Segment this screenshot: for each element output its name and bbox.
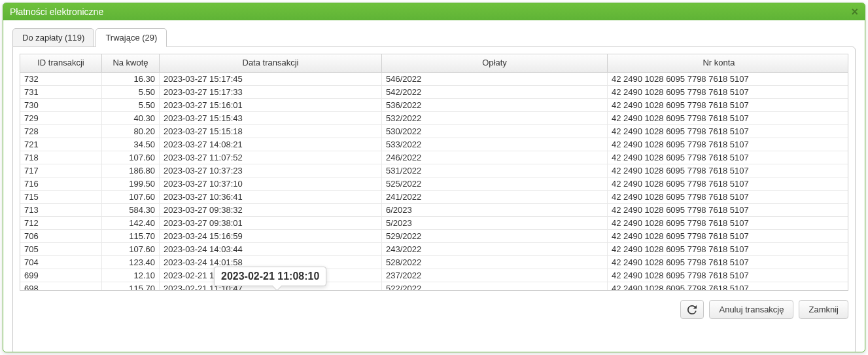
payments-window: Płatności elektroniczne × Do zapłaty (11… [3,3,865,352]
cell-id: 718 [20,151,102,164]
cell-amount: 115.70 [102,230,160,242]
table-row[interactable]: 716199.502023-03-27 10:37:10525/202242 2… [20,178,848,191]
cell-amount: 107.60 [102,151,160,164]
cell-id: 731 [20,86,102,98]
table-row[interactable]: 713584.302023-03-27 09:38:326/202342 249… [20,204,848,217]
cell-account: 42 2490 1028 6095 7798 7618 5107 [608,230,830,242]
table-row[interactable]: 7315.502023-03-27 15:17:33542/202242 249… [20,86,848,99]
cell-fee: 529/2022 [382,230,608,242]
cell-account: 42 2490 1028 6095 7798 7618 5107 [608,269,830,282]
table-row[interactable]: 706115.702023-03-24 15:16:59529/202242 2… [20,230,848,243]
cell-fee: 532/2022 [382,112,608,124]
cell-fee: 6/2023 [382,204,608,216]
cell-account: 42 2490 1028 6095 7798 7618 5107 [608,204,830,216]
table-row[interactable]: 705107.602023-03-24 14:03:44243/202242 2… [20,243,848,256]
cell-account: 42 2490 1028 6095 7798 7618 5107 [608,125,830,138]
footer-buttons: Anuluj transakcję Zamknij [20,300,848,319]
cell-fee: 531/2022 [382,164,608,177]
cell-account: 42 2490 1028 6095 7798 7618 5107 [608,243,830,255]
refresh-icon [687,305,697,314]
cell-date: 2023-03-27 15:16:01 [160,99,382,111]
cell-date: 2023-02-21 11:10:47 [160,282,382,291]
cell-amount: 80.20 [102,125,160,138]
cell-amount: 12.10 [102,269,160,282]
cell-id: 721 [20,138,102,151]
cell-fee: 243/2022 [382,243,608,255]
cell-id: 712 [20,217,102,229]
grid-body[interactable]: 73216.302023-03-27 15:17:45546/202242 24… [20,73,848,291]
cell-account: 42 2490 1028 6095 7798 7618 5107 [608,73,830,85]
cell-date: 2023-03-27 15:17:33 [160,86,382,98]
close-button[interactable]: Zamknij [799,300,848,319]
col-header-date[interactable]: Data transakcji [160,54,382,72]
cell-date: 2023-03-27 09:38:01 [160,217,382,229]
cell-fee: 525/2022 [382,178,608,190]
cell-id: 716 [20,178,102,190]
col-header-amount[interactable]: Na kwotę [102,54,160,72]
cell-fee: 241/2022 [382,191,608,203]
table-row[interactable]: 715107.602023-03-27 10:36:41241/202242 2… [20,191,848,204]
cell-account: 42 2490 1028 6095 7798 7618 5107 [608,112,830,124]
titlebar: Płatności elektroniczne × [3,3,865,20]
cell-id: 715 [20,191,102,203]
table-row[interactable]: 72134.502023-03-27 14:08:21533/202242 24… [20,138,848,151]
cell-date: 2023-03-27 15:17:45 [160,73,382,85]
table-row[interactable]: 712142.402023-03-27 09:38:015/202342 249… [20,217,848,230]
cell-amount: 199.50 [102,178,160,190]
cell-fee: 542/2022 [382,86,608,98]
col-header-id[interactable]: ID transakcji [20,54,102,72]
close-icon[interactable]: × [851,6,858,18]
cell-id: 730 [20,99,102,111]
cell-id: 699 [20,269,102,282]
window-title: Płatności elektroniczne [10,7,103,17]
cell-amount: 5.50 [102,86,160,98]
cell-date: 2023-02-21 11:10:59 [160,269,382,282]
cell-fee: 237/2022 [382,269,608,282]
cell-fee: 528/2022 [382,256,608,269]
window-body: Do zapłaty (119) Trwające (29) ID transa… [3,20,865,352]
cell-id: 729 [20,112,102,124]
tab-pending[interactable]: Trwające (29) [95,28,167,47]
cell-fee: 546/2022 [382,73,608,85]
cell-date: 2023-03-24 14:03:44 [160,243,382,255]
table-row[interactable]: 7305.502023-03-27 15:16:01536/202242 249… [20,99,848,112]
table-row[interactable]: 718107.602023-03-27 11:07:52246/202242 2… [20,151,848,164]
cell-amount: 123.40 [102,256,160,269]
cell-date: 2023-03-27 15:15:43 [160,112,382,124]
cell-amount: 186.80 [102,164,160,177]
table-row[interactable]: 72940.302023-03-27 15:15:43532/202242 24… [20,112,848,125]
cell-id: 732 [20,73,102,85]
table-row[interactable]: 72880.202023-03-27 15:15:18530/202242 24… [20,125,848,138]
cell-id: 713 [20,204,102,216]
cell-date: 2023-03-27 09:38:32 [160,204,382,216]
refresh-button[interactable] [680,300,704,319]
cell-date: 2023-03-27 10:37:10 [160,178,382,190]
cell-id: 698 [20,282,102,291]
cell-fee: 530/2022 [382,125,608,138]
cell-date: 2023-03-24 15:16:59 [160,230,382,242]
cell-account: 42 2490 1028 6095 7798 7618 5107 [608,256,830,269]
cell-amount: 5.50 [102,99,160,111]
cell-date: 2023-03-24 14:01:58 [160,256,382,269]
cell-account: 42 2490 1028 6095 7798 7618 5107 [608,138,830,151]
cell-fee: 533/2022 [382,138,608,151]
col-header-account[interactable]: Nr konta [608,54,830,72]
cell-amount: 40.30 [102,112,160,124]
cell-account: 42 2490 1028 6095 7798 7618 5107 [608,178,830,190]
cell-date: 2023-03-27 10:36:41 [160,191,382,203]
table-row[interactable]: 717186.802023-03-27 10:37:23531/202242 2… [20,164,848,178]
transactions-grid: ID transakcji Na kwotę Data transakcji O… [20,54,848,291]
table-row[interactable]: 73216.302023-03-27 15:17:45546/202242 24… [20,73,848,86]
tab-to-pay[interactable]: Do zapłaty (119) [12,28,94,47]
table-row[interactable]: 704123.402023-03-24 14:01:58528/202242 2… [20,256,848,269]
grid-header: ID transakcji Na kwotę Data transakcji O… [20,54,848,73]
cell-amount: 115.70 [102,282,160,291]
cell-amount: 142.40 [102,217,160,229]
cell-amount: 107.60 [102,243,160,255]
col-header-fee[interactable]: Opłaty [382,54,608,72]
cell-id: 706 [20,230,102,242]
table-row[interactable]: 698115.702023-02-21 11:10:47522/202242 2… [20,282,848,291]
table-row[interactable]: 69912.102023-02-21 11:10:59237/202242 24… [20,269,848,282]
cell-date: 2023-03-27 14:08:21 [160,138,382,151]
cancel-transaction-button[interactable]: Anuluj transakcję [709,300,793,319]
